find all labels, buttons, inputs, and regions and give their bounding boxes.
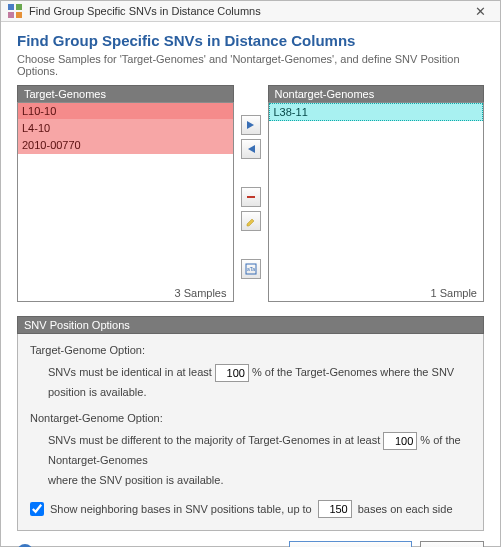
neighbors-count-input[interactable] (318, 500, 352, 518)
target-genomes-panel: Target-Genomes L10-10 L4-10 2010-00770 3… (17, 85, 234, 302)
spacer (241, 163, 261, 183)
titlebar: Find Group Specific SNVs in Distance Col… (1, 1, 500, 22)
list-item[interactable]: 2010-00770 (18, 137, 233, 154)
target-panel-title: Target-Genomes (17, 85, 234, 102)
highlight-button[interactable] (241, 211, 261, 231)
show-neighbors-row: Show neighboring bases in SNV positions … (30, 500, 471, 518)
options-title: SNV Position Options (17, 316, 484, 334)
target-option-row: SNVs must be identical in at least % of … (48, 362, 471, 402)
svg-rect-0 (247, 196, 255, 198)
nontarget-option-label: Nontarget-Genome Option: (30, 412, 471, 424)
move-right-button[interactable] (241, 115, 261, 135)
start-search-button[interactable]: Start SNVs Search (289, 541, 411, 547)
move-left-button[interactable] (241, 139, 261, 159)
target-count: 3 Samples (173, 287, 229, 299)
footer: ? Start SNVs Search Cancel (1, 531, 500, 547)
nontarget-post-text: where the SNV position is available. (48, 474, 223, 486)
list-item[interactable]: L38-11 (269, 103, 484, 121)
target-listbox[interactable]: L10-10 L4-10 2010-00770 (18, 103, 233, 301)
target-list-body: L10-10 L4-10 2010-00770 3 Samples (17, 102, 234, 302)
nontarget-count: 1 Sample (429, 287, 479, 299)
transfer-toolbar: aTa (240, 85, 262, 302)
show-neighbors-checkbox[interactable] (30, 502, 44, 516)
nontarget-genomes-panel: Nontarget-Genomes L38-11 1 Sample (268, 85, 485, 302)
cancel-button[interactable]: Cancel (420, 541, 484, 547)
genome-panels: Target-Genomes L10-10 L4-10 2010-00770 3… (1, 85, 500, 302)
window-title: Find Group Specific SNVs in Distance Col… (29, 5, 466, 17)
show-neighbors-post: bases on each side (358, 503, 453, 515)
target-percent-input[interactable] (215, 364, 249, 382)
list-item[interactable]: L10-10 (18, 103, 233, 120)
nontarget-percent-input[interactable] (383, 432, 417, 450)
options-body: Target-Genome Option: SNVs must be ident… (17, 334, 484, 531)
app-icon (7, 3, 23, 19)
show-neighbors-pre: Show neighboring bases in SNV positions … (50, 503, 312, 515)
nontarget-list-body: L38-11 1 Sample (268, 102, 485, 302)
header: Find Group Specific SNVs in Distance Col… (1, 22, 500, 85)
nontarget-listbox[interactable]: L38-11 (269, 103, 484, 301)
close-icon[interactable]: ✕ (466, 1, 494, 21)
nontarget-pre-text: SNVs must be different to the majority o… (48, 434, 380, 446)
remove-button[interactable] (241, 187, 261, 207)
page-subtitle: Choose Samples for 'Target-Genomes' and … (17, 53, 484, 77)
svg-text:aTa: aTa (247, 266, 255, 272)
nontarget-option-row: SNVs must be different to the majority o… (48, 430, 471, 490)
list-item[interactable]: L4-10 (18, 120, 233, 137)
snv-position-options: SNV Position Options Target-Genome Optio… (17, 316, 484, 531)
nontarget-panel-title: Nontarget-Genomes (268, 85, 485, 102)
dialog-window: Find Group Specific SNVs in Distance Col… (0, 0, 501, 547)
page-title: Find Group Specific SNVs in Distance Col… (17, 32, 484, 49)
target-pre-text: SNVs must be identical in at least (48, 366, 212, 378)
text-select-button[interactable]: aTa (241, 259, 261, 279)
target-option-label: Target-Genome Option: (30, 344, 471, 356)
spacer (241, 235, 261, 255)
